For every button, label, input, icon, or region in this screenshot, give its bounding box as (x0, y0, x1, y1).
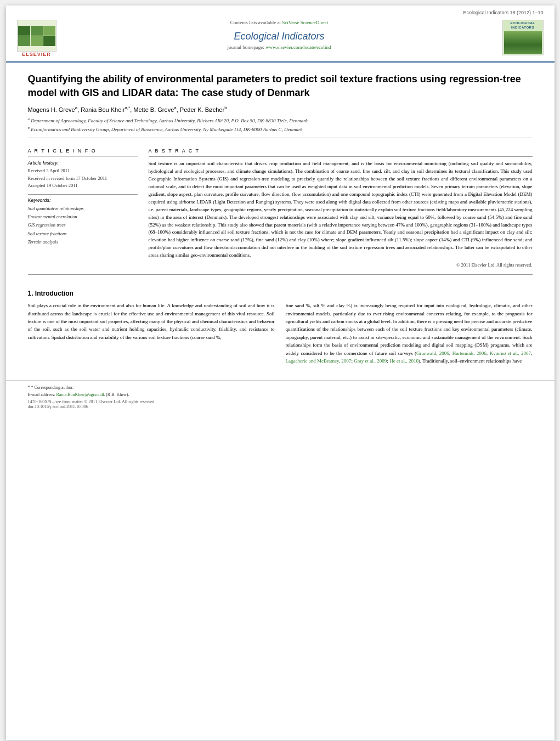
ref-hartemink[interactable]: Hartemink, 2006 (452, 350, 487, 356)
keyword-2: Environmental correlation (28, 214, 77, 219)
intro-col-2: fine sand %, silt % and clay %) is incre… (286, 302, 533, 369)
logo-cell (18, 36, 30, 46)
cover-label: ECOLOGICALINDICATORS (511, 21, 535, 30)
logo-cell (18, 26, 30, 36)
logo-cell (43, 36, 55, 46)
logo-cell (43, 26, 55, 36)
keywords-list: Soil quantitative relationships Environm… (28, 205, 138, 246)
keyword-4: Soil texture fractions (28, 231, 67, 236)
corresponding-text: * Corresponding author. (31, 385, 74, 390)
journal-header-center: Contents lists available at SciVerse Sci… (56, 20, 502, 50)
issn-line: 1470-160X/$ – see front matter © 2011 El… (28, 399, 156, 404)
doi-line: doi:10.1016/j.ecolind.2011.10.006 (28, 404, 533, 409)
logo-cell (31, 36, 43, 46)
keyword-3: GIS regression trees (28, 222, 66, 228)
history-subsection: Article history: Received 3 April 2011 R… (28, 160, 138, 190)
intro-para-1: Soil plays a crucial role in the environ… (28, 302, 275, 341)
section-title: Introduction (35, 290, 73, 297)
page-footer: * * Corresponding author. E-mail address… (6, 380, 555, 414)
email-footnote: E-mail address: Rania.BouKheir@agrsci.dk… (28, 392, 533, 397)
affiliation-a: Department of Agroecology, Faculty of Sc… (31, 118, 307, 123)
journal-homepage: journal homepage: www.elsevier.com/locat… (56, 44, 502, 50)
copyright: © 2011 Elsevier Ltd. All rights reserved… (149, 262, 533, 268)
keyword-5: Terrain analysis (28, 239, 58, 245)
info-divider (28, 194, 138, 195)
introduction-heading: 1. Introduction (28, 290, 533, 297)
journal-cover: ECOLOGICALINDICATORS (502, 20, 544, 55)
header-divider (6, 61, 555, 63)
section-number: 1. (28, 290, 33, 297)
article-section: Quantifying the ability of environmental… (6, 67, 555, 148)
article-info-col: A R T I C L E I N F O Article history: R… (28, 148, 138, 268)
homepage-url[interactable]: www.elsevier.com/locate/ecolind (265, 44, 331, 50)
keywords-title: Keywords: (28, 197, 138, 203)
accepted: Accepted 19 October 2011 (28, 183, 78, 188)
journal-meta-top: Ecological Indicators 18 (2012) 1–10 (463, 10, 543, 15)
body-divider (28, 274, 533, 275)
abstract-text: Soil texture is an important soil charac… (149, 160, 533, 259)
page: Ecological Indicators 18 (2012) 1–10 ELS… (6, 5, 555, 740)
revised: Received in revised form 17 October 2011 (28, 176, 108, 181)
journal-name: Ecological Indicators (56, 31, 502, 42)
journal-header: ELSEVIER Contents lists available at Sci… (6, 16, 555, 57)
elsevier-image-box (17, 20, 56, 52)
intro-col-1: Soil plays a crucial role in the environ… (28, 302, 275, 369)
article-info-box: Article history: Received 3 April 2011 R… (28, 156, 138, 246)
elsevier-wordmark: ELSEVIER (22, 52, 51, 57)
article-divider (28, 138, 533, 138)
ref-he[interactable]: He et al., 2010 (389, 358, 418, 364)
email-suffix: (R.B. Kheir). (106, 392, 129, 397)
corresponding-footnote: * * Corresponding author. (28, 385, 533, 390)
article-info-label: A R T I C L E I N F O (28, 148, 138, 154)
keyword-1: Soil quantitative relationships (28, 206, 84, 211)
ref-gray[interactable]: Gray et al., 2009 (354, 358, 387, 364)
introduction-columns: Soil plays a crucial role in the environ… (28, 302, 533, 369)
ref-kvaerno[interactable]: Kvœrnø et al., 2007 (490, 350, 531, 356)
ref-lagacherie[interactable]: Lagacherie and McBratney, 2007 (286, 358, 352, 364)
affiliations: a Department of Agroecology, Faculty of … (28, 116, 533, 133)
contents-list-line: Contents lists available at SciVerse Sci… (56, 20, 502, 25)
history-title: Article history: (28, 160, 138, 166)
email-link[interactable]: Rania.BouKheir@agrsci.dk (56, 392, 105, 397)
received-date: Received 3 April 2011 Received in revise… (28, 167, 138, 190)
article-authors: Mogens H. Grevea, Rania Bou Kheira,*, Me… (28, 105, 533, 113)
keywords-subsection: Keywords: Soil quantitative relationship… (28, 197, 138, 246)
logo-cell (31, 26, 43, 36)
abstract-label: A B S T R A C T (149, 148, 533, 154)
received: Received 3 April 2011 (28, 168, 70, 173)
intro-para-2: fine sand %, silt % and clay %) is incre… (286, 302, 533, 365)
ref-grunwald[interactable]: Grunwald, 2006 (416, 350, 449, 356)
doi: doi:10.1016/j.ecolind.2011.10.006 (28, 404, 88, 409)
elsevier-logo: ELSEVIER (17, 20, 56, 57)
article-info-abstract-section: A R T I C L E I N F O Article history: R… (6, 148, 555, 268)
email-label: E-mail address: (28, 392, 55, 397)
sciverse-link[interactable]: SciVerse ScienceDirect (282, 20, 328, 25)
homepage-label: journal homepage: (228, 44, 264, 50)
introduction-section: 1. Introduction Soil plays a crucial rol… (6, 281, 555, 375)
affiliation-b: Ecoinformatics and Biodiversity Group, D… (31, 127, 302, 132)
abstract-col: A B S T R A C T Soil texture is an impor… (149, 148, 533, 268)
abstract-divider (149, 156, 533, 157)
footer-meta: 1470-160X/$ – see front matter © 2011 El… (28, 399, 533, 404)
article-title: Quantifying the ability of environmental… (28, 72, 533, 100)
